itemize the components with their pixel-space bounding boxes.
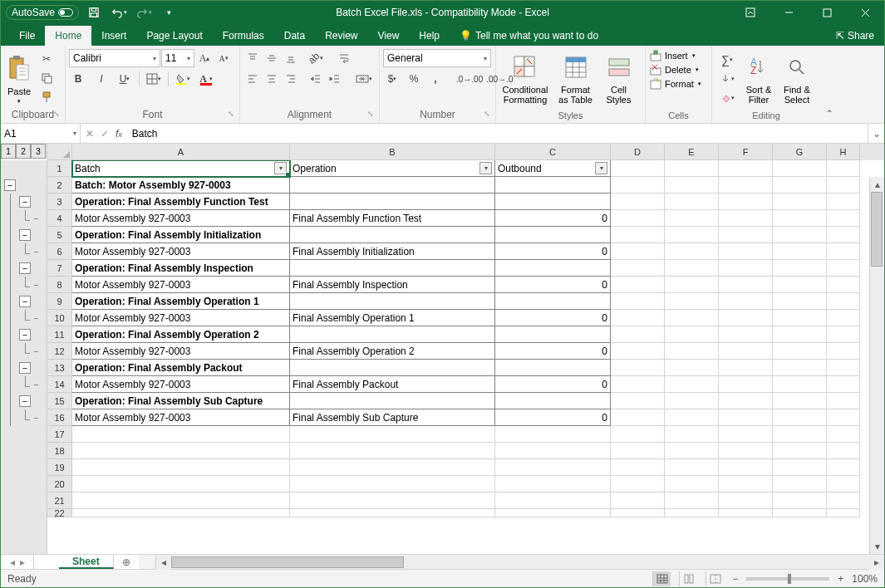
outline-level-1[interactable]: 1 — [1, 144, 16, 159]
cell-E18[interactable] — [665, 443, 719, 459]
column-header-H[interactable]: H — [827, 144, 860, 160]
cell-B16[interactable]: Final Assembly Sub Capture — [290, 409, 495, 426]
minimize-button[interactable] — [769, 1, 808, 24]
collapse-ribbon-icon[interactable]: ⌃ — [820, 46, 838, 123]
align-center-icon[interactable] — [263, 70, 281, 88]
tab-file[interactable]: File — [9, 26, 45, 46]
scroll-down-icon[interactable]: ▾ — [870, 539, 884, 554]
cell-A20[interactable] — [72, 476, 290, 492]
zoom-out-icon[interactable]: − — [732, 573, 738, 585]
cell-G13[interactable] — [773, 360, 827, 376]
cell-G14[interactable] — [773, 376, 827, 393]
cell-E5[interactable] — [665, 227, 719, 243]
cell-D10[interactable] — [611, 310, 665, 326]
cell-G7[interactable] — [773, 260, 827, 277]
format-cells-button[interactable]: Format▾ — [649, 77, 701, 91]
cell-D18[interactable] — [611, 443, 665, 459]
cell-G15[interactable] — [773, 393, 827, 409]
cell-F10[interactable] — [719, 310, 773, 326]
cell-G22[interactable] — [773, 509, 827, 517]
cell-H15[interactable] — [827, 393, 860, 409]
column-header-A[interactable]: A — [72, 144, 290, 160]
cell-A3[interactable]: Operation: Final Assembly Function Test — [72, 194, 290, 210]
cell-H22[interactable] — [827, 509, 860, 517]
cell-B1[interactable]: Operation▾ — [290, 160, 495, 177]
cell-E17[interactable] — [665, 426, 719, 443]
cell-E8[interactable] — [665, 277, 719, 293]
row-header[interactable]: 11 — [47, 326, 72, 343]
scroll-right-icon[interactable]: ▸ — [869, 555, 884, 570]
cell-F12[interactable] — [719, 343, 773, 360]
cell-E16[interactable] — [665, 409, 719, 426]
cell-C13[interactable] — [495, 360, 611, 376]
fill-color-button[interactable]: ▾ — [174, 70, 192, 88]
cell-G11[interactable] — [773, 326, 827, 343]
cell-D2[interactable] — [611, 177, 665, 194]
cell-H18[interactable] — [827, 443, 860, 459]
cell-B13[interactable] — [290, 360, 495, 376]
cell-F6[interactable] — [719, 243, 773, 260]
cell-E7[interactable] — [665, 260, 719, 277]
row-header[interactable]: 8 — [47, 277, 72, 293]
cell-F19[interactable] — [719, 459, 773, 476]
cell-H9[interactable] — [827, 293, 860, 310]
column-header-C[interactable]: C — [495, 144, 611, 160]
cell-G21[interactable] — [773, 492, 827, 509]
font-color-button[interactable]: A▾ — [197, 70, 215, 88]
row-header[interactable]: 1 — [47, 160, 72, 177]
cell-F18[interactable] — [719, 443, 773, 459]
cell-B6[interactable]: Final Assembly Initialization — [290, 243, 495, 260]
cell-G6[interactable] — [773, 243, 827, 260]
cell-F21[interactable] — [719, 492, 773, 509]
cell-G12[interactable] — [773, 343, 827, 360]
tab-pagelayout[interactable]: Page Layout — [136, 26, 212, 46]
cell-F2[interactable] — [719, 177, 773, 194]
save-icon[interactable] — [84, 2, 104, 22]
row-header[interactable]: 15 — [47, 393, 72, 409]
cell-G10[interactable] — [773, 310, 827, 326]
qat-customize-icon[interactable]: ▾ — [159, 2, 179, 22]
comma-format-icon[interactable]: , — [426, 70, 445, 88]
tab-formulas[interactable]: Formulas — [213, 26, 274, 46]
tab-home[interactable]: Home — [45, 26, 91, 46]
column-header-D[interactable]: D — [611, 144, 665, 160]
row-header[interactable]: 17 — [47, 426, 72, 443]
number-format-combo[interactable]: General▾ — [383, 49, 491, 67]
cell-F20[interactable] — [719, 476, 773, 492]
cell-G17[interactable] — [773, 426, 827, 443]
cell-A10[interactable]: Motor Assembly 927-0003 — [72, 310, 290, 326]
cell-D6[interactable] — [611, 243, 665, 260]
cell-H14[interactable] — [827, 376, 860, 393]
wrap-text-icon[interactable] — [332, 49, 358, 67]
cell-A8[interactable]: Motor Assembly 927-0003 — [72, 277, 290, 293]
row-header[interactable]: 9 — [47, 293, 72, 310]
cell-G2[interactable] — [773, 177, 827, 194]
cells-grid[interactable]: 1Batch▾Operation▾Outbound▾2Batch: Motor … — [47, 160, 884, 554]
name-box[interactable]: A1▾ — [1, 124, 81, 143]
cell-A13[interactable]: Operation: Final Assembly Packout — [72, 360, 290, 376]
cell-H7[interactable] — [827, 260, 860, 277]
align-left-icon[interactable] — [243, 70, 262, 88]
cell-A5[interactable]: Operation: Final Assembly Initialization — [72, 227, 290, 243]
cancel-icon[interactable]: ✕ — [86, 128, 94, 140]
row-header[interactable]: 16 — [47, 409, 72, 426]
cell-H10[interactable] — [827, 310, 860, 326]
cell-D15[interactable] — [611, 393, 665, 409]
cell-H20[interactable] — [827, 476, 860, 492]
cell-D20[interactable] — [611, 476, 665, 492]
cell-D8[interactable] — [611, 277, 665, 293]
cell-A12[interactable]: Motor Assembly 927-0003 — [72, 343, 290, 360]
cell-A9[interactable]: Operation: Final Assembly Operation 1 — [72, 293, 290, 310]
cell-D14[interactable] — [611, 376, 665, 393]
cell-A17[interactable] — [72, 426, 290, 443]
formula-input[interactable]: Batch — [127, 128, 868, 140]
cell-B17[interactable] — [290, 426, 495, 443]
cell-A18[interactable] — [72, 443, 290, 459]
cell-D16[interactable] — [611, 409, 665, 426]
cell-E20[interactable] — [665, 476, 719, 492]
increase-indent-icon[interactable] — [326, 70, 344, 88]
row-header[interactable]: 3 — [47, 194, 72, 210]
format-as-table-button[interactable]: Format as Table — [553, 51, 598, 107]
find-select-button[interactable]: Find & Select — [779, 51, 815, 107]
cell-C18[interactable] — [495, 443, 611, 459]
